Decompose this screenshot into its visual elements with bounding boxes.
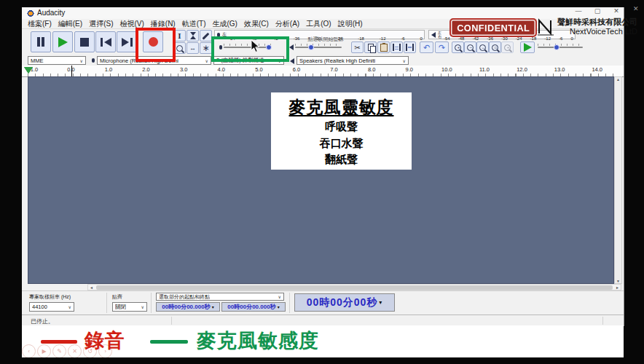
snap-select[interactable]: 關閉 ∨: [112, 302, 147, 312]
menu-item[interactable]: 說明(H): [338, 19, 363, 29]
dropdown-arrow-icon: ∨: [141, 304, 144, 309]
zoom-toggle-icon: +: [504, 44, 511, 51]
hscroll-thumb[interactable]: [96, 285, 613, 290]
redo-button[interactable]: ↷: [435, 41, 449, 53]
undo-icon: ↶: [423, 42, 430, 52]
skip-end-icon: [122, 38, 129, 47]
ruler-label: 3.0: [165, 66, 203, 73]
window-controls: — ▢ ✕: [573, 7, 622, 15]
ruler-label: 5.0: [240, 66, 278, 73]
selection-start-field[interactable]: 00時00分00.000秒 ▾: [156, 302, 220, 312]
menu-item[interactable]: 檔案(F): [28, 19, 52, 29]
menu-item[interactable]: 選擇(S): [89, 19, 113, 29]
pause-icon: [37, 37, 40, 47]
scroll-right-icon[interactable]: ►: [614, 285, 621, 290]
menu-item[interactable]: 編輯(E): [58, 19, 82, 29]
ruler-label: 12.0: [503, 66, 541, 73]
range-mode-select[interactable]: 選取部分的起點和終點 ∨: [156, 293, 284, 301]
maximize-button[interactable]: ▢: [592, 7, 603, 15]
menu-item[interactable]: 工具(O): [306, 19, 331, 29]
status-bar: 已停止。: [22, 314, 624, 326]
zoom-selection-button[interactable]: ↔: [476, 41, 489, 53]
legend-recording-label: 錄音: [85, 328, 125, 354]
scroll-down-icon[interactable]: ▼: [615, 279, 621, 283]
pause-button[interactable]: [31, 31, 51, 52]
trim-audio-button[interactable]: [390, 41, 403, 53]
playback-volume-thumb[interactable]: [308, 44, 314, 50]
scroll-up-icon[interactable]: ▲: [615, 77, 621, 82]
stop-button[interactable]: [74, 31, 95, 52]
play-at-speed-button[interactable]: [520, 41, 535, 53]
nav-overlay-icon[interactable]: ✎: [52, 344, 66, 357]
horizontal-scrollbar[interactable]: ◄ ►: [87, 284, 621, 290]
menu-item[interactable]: 軌道(T): [182, 19, 206, 29]
note-line: 吞口水聲: [271, 135, 412, 152]
zoom-fit-button[interactable]: □: [489, 41, 501, 53]
nav-overlay-icon[interactable]: ‹: [22, 344, 36, 357]
silence-audio-button[interactable]: [404, 41, 416, 53]
zoom-in-button[interactable]: +: [452, 41, 464, 53]
title-bar[interactable]: Audacity: [22, 7, 624, 19]
nextvoice-logo-icon: [537, 17, 554, 36]
time-shift-icon: ↔: [189, 44, 196, 52]
selection-toolbar: 專案取樣頻率 (Hz) 44100 ∨ 貼齊 關閉 ∨ 選取部分的起點和終點 ∨…: [22, 290, 624, 315]
playback-volume-slider[interactable]: [287, 41, 350, 53]
mouse-cursor-icon: [251, 39, 260, 53]
skip-to-start-button[interactable]: [95, 31, 116, 52]
vertical-scrollbar[interactable]: ▲ ▼: [614, 76, 622, 284]
note-line: 翻紙聲: [271, 151, 412, 168]
ruler-label: 7.0: [315, 66, 353, 73]
dropdown-arrow-icon: ∨: [403, 58, 406, 63]
separator: [151, 293, 152, 313]
nav-overlay-icon[interactable]: ▶: [37, 344, 51, 357]
playback-device-select[interactable]: Speakers (Realtek High Definiti ∨: [297, 56, 409, 65]
envelope-tool-icon: [190, 32, 196, 39]
scroll-left-icon[interactable]: ◄: [88, 285, 95, 290]
legend-green-line: [150, 340, 188, 344]
separator: [602, 317, 603, 325]
rate-select[interactable]: 44100 ∨: [29, 302, 74, 312]
draw-tool-button[interactable]: [200, 30, 212, 41]
play-speed-thumb[interactable]: [554, 44, 559, 50]
skip-to-end-button[interactable]: [117, 31, 137, 52]
overlay-close-icon[interactable]: ✕: [633, 5, 639, 12]
play-speed-slider[interactable]: [538, 41, 584, 53]
play-pin-icon[interactable]: [24, 67, 33, 74]
zoom-in-icon: +: [455, 44, 461, 51]
copy-button[interactable]: [364, 41, 377, 53]
paste-icon: [380, 44, 388, 52]
cut-icon: ✂: [354, 44, 360, 52]
spinner-icon[interactable]: ▾: [278, 304, 280, 309]
ruler-label: 13.0: [541, 66, 578, 73]
close-button[interactable]: ✕: [610, 7, 622, 15]
selection-end-field[interactable]: 00時00分00.000秒 ▾: [221, 302, 286, 312]
timeline-ruler[interactable]: -1.00.01.02.03.04.05.06.07.08.09.010.011…: [22, 66, 624, 77]
audio-host-select[interactable]: MME ∨: [28, 56, 86, 65]
multi-tool-button[interactable]: ∗: [200, 42, 212, 54]
undo-button[interactable]: ↶: [420, 41, 433, 53]
ruler-label: 2.0: [127, 66, 165, 73]
envelope-tool-button[interactable]: [186, 30, 199, 41]
minimize-button[interactable]: —: [573, 7, 584, 15]
play-button[interactable]: [52, 31, 73, 52]
audio-position-field[interactable]: 00時00分00秒 ▾: [294, 293, 395, 312]
spinner-icon[interactable]: ▾: [379, 299, 382, 306]
brand-logo: 聲鮮時采科技有限公司 NextVoiceTech LtD: [537, 17, 637, 36]
zoom-out-button[interactable]: −: [464, 41, 476, 53]
zoom-out-icon: −: [467, 44, 474, 51]
menu-item[interactable]: 生成(G): [212, 19, 237, 29]
skip-start-icon: [101, 38, 103, 47]
spinner-icon[interactable]: ▾: [212, 304, 214, 309]
legend-red-line: [41, 340, 77, 344]
multi-tool-icon: ∗: [202, 43, 209, 53]
menu-item[interactable]: 效果(C): [244, 19, 269, 29]
skip-end-icon: [130, 38, 133, 47]
menu-item[interactable]: 分析(A): [275, 19, 299, 29]
cut-button[interactable]: ✂: [351, 41, 364, 53]
ruler-label: 6.0: [278, 66, 315, 73]
nav-overlay-icon[interactable]: ✕: [68, 344, 82, 357]
paste-button[interactable]: [377, 41, 390, 53]
zoom-toggle-button[interactable]: +: [501, 41, 514, 53]
time-shift-tool-button[interactable]: ↔: [186, 42, 199, 54]
pause-icon: [42, 37, 44, 47]
